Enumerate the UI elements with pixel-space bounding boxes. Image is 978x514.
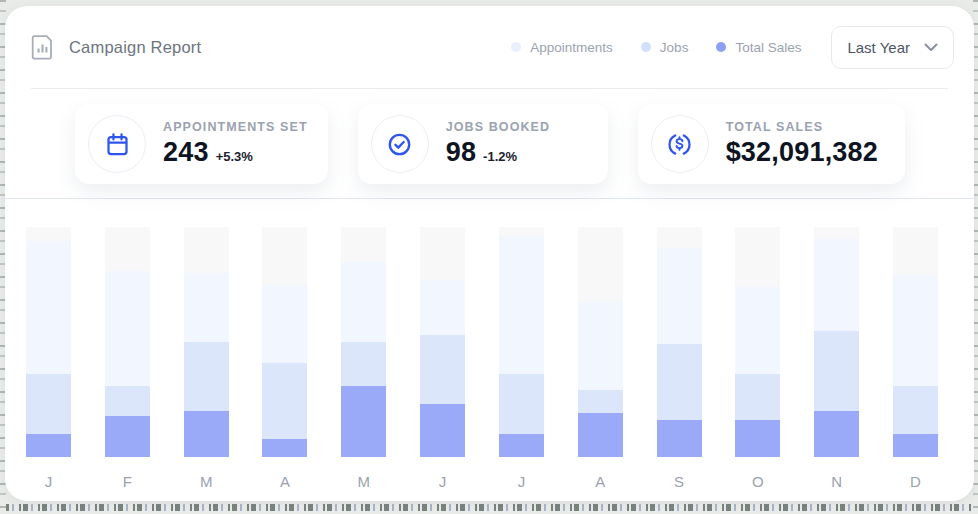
sales-segment xyxy=(814,411,859,457)
appointments-segment xyxy=(499,236,544,374)
month-label: M xyxy=(341,473,386,490)
track-segment xyxy=(499,227,544,236)
sales-segment xyxy=(420,404,465,457)
dollar-circle-icon xyxy=(651,115,709,173)
stat-label: TOTAL SALES xyxy=(726,120,885,134)
track-segment xyxy=(893,227,938,275)
stat-value-row: 243 +5.3% xyxy=(163,137,308,168)
sales-segment xyxy=(341,386,386,457)
jobs-segment xyxy=(420,335,465,404)
track-segment xyxy=(735,227,780,287)
track-segment xyxy=(26,227,71,241)
bar-stack[interactable] xyxy=(105,227,150,457)
stat-delta: -1.2% xyxy=(483,149,517,164)
jobs-dot xyxy=(641,42,651,52)
chart-column: N xyxy=(814,227,859,490)
chart-column: J xyxy=(26,227,71,490)
stats-row: APPOINTMENTS SET 243 +5.3% JOBS BOOKED 9… xyxy=(5,89,974,184)
bar-stack[interactable] xyxy=(420,227,465,457)
sales-segment xyxy=(578,413,623,457)
stat-text: TOTAL SALES $32,091,382 xyxy=(726,120,885,168)
legend-item-total-sales[interactable]: Total Sales xyxy=(716,40,801,55)
stat-card-total-sales[interactable]: TOTAL SALES $32,091,382 xyxy=(638,104,905,184)
bar-stack[interactable] xyxy=(499,227,544,457)
month-label: A xyxy=(262,473,307,490)
report-icon xyxy=(31,34,54,60)
chevron-down-icon xyxy=(924,43,938,52)
bar-stack[interactable] xyxy=(578,227,623,457)
stat-value: $32,091,382 xyxy=(726,137,878,168)
jobs-segment xyxy=(657,344,702,420)
month-label: J xyxy=(499,473,544,490)
bar-stack[interactable] xyxy=(262,227,307,457)
track-segment xyxy=(814,227,859,239)
stat-label: APPOINTMENTS SET xyxy=(163,120,308,134)
jobs-segment xyxy=(735,374,780,420)
bar-chart: JFMAMJJASOND xyxy=(26,227,938,490)
chart-column: M xyxy=(184,227,229,490)
card-header: Campaign Report Appointments Jobs Total … xyxy=(5,6,974,88)
sales-segment xyxy=(657,420,702,457)
jobs-segment xyxy=(341,342,386,386)
bar-stack[interactable] xyxy=(184,227,229,457)
track-segment xyxy=(578,227,623,301)
appointments-segment xyxy=(420,280,465,335)
chart-column: A xyxy=(262,227,307,490)
jobs-segment xyxy=(893,386,938,434)
appointments-segment xyxy=(735,287,780,374)
stat-card-jobs[interactable]: JOBS BOOKED 98 -1.2% xyxy=(358,104,608,184)
appointments-segment xyxy=(657,248,702,345)
bar-stack[interactable] xyxy=(735,227,780,457)
sales-segment xyxy=(26,434,71,457)
track-segment xyxy=(262,227,307,285)
period-dropdown-value: Last Year xyxy=(847,39,910,56)
chart-column: J xyxy=(420,227,465,490)
stat-label: JOBS BOOKED xyxy=(446,120,550,134)
track-segment xyxy=(657,227,702,248)
month-label: J xyxy=(420,473,465,490)
month-label: F xyxy=(105,473,150,490)
bar-stack[interactable] xyxy=(341,227,386,457)
stat-value: 243 xyxy=(163,137,209,168)
track-segment xyxy=(420,227,465,280)
stat-text: APPOINTMENTS SET 243 +5.3% xyxy=(163,120,308,168)
page-background-pattern xyxy=(0,500,978,514)
legend-label: Appointments xyxy=(530,40,613,55)
month-label: D xyxy=(893,473,938,490)
campaign-report-card: Campaign Report Appointments Jobs Total … xyxy=(5,6,974,501)
total-sales-dot xyxy=(716,42,726,52)
jobs-segment xyxy=(499,374,544,434)
month-label: O xyxy=(735,473,780,490)
appointments-segment xyxy=(26,241,71,374)
legend-item-jobs[interactable]: Jobs xyxy=(641,40,689,55)
bar-stack[interactable] xyxy=(814,227,859,457)
stat-value-row: $32,091,382 xyxy=(726,137,885,168)
legend-label: Jobs xyxy=(660,40,689,55)
page-title: Campaign Report xyxy=(69,38,201,57)
bar-stack[interactable] xyxy=(893,227,938,457)
bar-stack[interactable] xyxy=(26,227,71,457)
appointments-segment xyxy=(341,262,386,343)
jobs-segment xyxy=(26,374,71,434)
chart-column: S xyxy=(657,227,702,490)
legend-item-appointments[interactable]: Appointments xyxy=(511,40,613,55)
stat-card-appointments[interactable]: APPOINTMENTS SET 243 +5.3% xyxy=(75,104,328,184)
month-label: M xyxy=(184,473,229,490)
month-label: A xyxy=(578,473,623,490)
sales-segment xyxy=(735,420,780,457)
month-label: J xyxy=(26,473,71,490)
appointments-segment xyxy=(578,301,623,391)
chart-column: F xyxy=(105,227,150,490)
track-segment xyxy=(341,227,386,262)
bar-stack[interactable] xyxy=(657,227,702,457)
track-segment xyxy=(105,227,150,271)
stat-value-row: 98 -1.2% xyxy=(446,137,550,168)
sales-segment xyxy=(105,416,150,457)
sales-segment xyxy=(893,434,938,457)
jobs-segment xyxy=(262,363,307,439)
chart-column: M xyxy=(341,227,386,490)
period-dropdown[interactable]: Last Year xyxy=(831,26,954,69)
jobs-segment xyxy=(105,386,150,416)
appointments-segment xyxy=(814,239,859,331)
track-segment xyxy=(184,227,229,273)
